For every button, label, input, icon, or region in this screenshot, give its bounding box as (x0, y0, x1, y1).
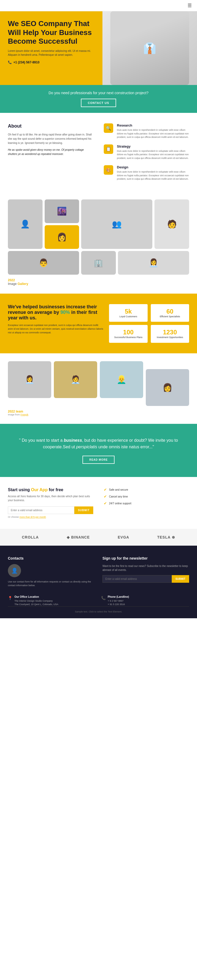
newsletter-email-input[interactable] (102, 575, 172, 583)
app-link: Or choose more than $79 per month (8, 515, 93, 518)
stat-business-plans: 100 Successful Business Plans (109, 325, 147, 343)
about-right: 🔍 Research Duis aute irure dolor in repr… (104, 123, 189, 186)
research-icon: 🔍 (104, 123, 113, 133)
gallery-photo-1: 👤 (8, 199, 43, 249)
team-label: 2022 team (8, 410, 189, 413)
gallery-photo-8: 👩‍💼 (118, 251, 189, 275)
phone-icon: 📞 (8, 60, 12, 64)
team-photo-1: 👩‍💼 (8, 361, 51, 398)
gallery-item-5: 🧑 (154, 199, 189, 249)
gallery-photo-5: 🧑 (154, 199, 189, 249)
gallery-photo-2: 🌆 (45, 199, 79, 223)
gallery-item-6: 👨 (8, 251, 79, 275)
stats-left: We've helped businesses increase their r… (8, 304, 104, 343)
service-strategy-content: Strategy Duis aute irure dolor in repreh… (117, 145, 189, 160)
contact-us-button[interactable]: CONTACT US (81, 99, 116, 107)
stat-plans-label: Successful Business Plans (112, 336, 144, 339)
stat-loyal-label: Loyal Customers (112, 315, 144, 318)
hamburger-icon[interactable]: ☰ (188, 3, 192, 8)
stat-investment: 1230 Investment Opportunities (151, 325, 189, 343)
strategy-icon: 📋 (104, 145, 113, 154)
gallery-photo-7: 🏢 (81, 251, 116, 275)
stats-text: Excepteur sint occaecat cupidatat non pr… (8, 323, 104, 335)
footer-contacts-title: Contacts (8, 556, 95, 560)
app-pricing-link[interactable]: more than $79 per month (19, 515, 46, 518)
quote-text: " Do you want to start a business, but d… (16, 437, 181, 450)
stat-efficient-specialists: 60 Efficient Specialists (151, 304, 189, 322)
check-icon-2: ✔ (104, 494, 107, 498)
app-title: Start using Our App for free (8, 487, 93, 492)
footer-bottom-text: Sample text. Click to select the Text El… (75, 610, 122, 613)
about-title: About (8, 123, 93, 129)
check-icon-3: ✔ (104, 501, 107, 505)
service-research: 🔍 Research Duis aute irure dolor in repr… (104, 123, 189, 139)
team-photo-3: 👱‍♂️ (100, 361, 143, 398)
about-section: About Oh feel if up to till like. He an … (0, 113, 197, 197)
service-design-content: Design Duis aute irure dolor in reprehen… (117, 165, 189, 181)
footer-location-content: Our Office Location The Interior Design … (14, 595, 58, 606)
feature-support: ✔ 24/7 online support (104, 501, 189, 505)
contact-banner: Do you need professionals for your next … (0, 85, 197, 113)
stats-grid: 5k Loyal Customers 60 Efficient Speciali… (109, 304, 189, 343)
stat-loyal-customers: 5k Loyal Customers (109, 304, 147, 322)
app-email-input[interactable] (8, 506, 74, 514)
service-design: 🎨 Design Duis aute irure dolor in repreh… (104, 165, 189, 181)
phone-number: +1 (234) 567-8910 (13, 60, 39, 64)
stats-highlight: 90% (60, 310, 70, 315)
stat-specialists-label: Efficient Specialists (154, 315, 186, 318)
gallery-photo-3: 👩 (45, 225, 79, 249)
team-card-2: 🧑‍💼 (54, 361, 97, 398)
read-more-button[interactable]: READ MORE (82, 456, 115, 464)
gallery-year: 2022 (8, 278, 15, 282)
research-text: Duis aute irure dolor in reprehenderit i… (117, 128, 189, 139)
gallery-label-text: Gallery (17, 282, 28, 286)
app-right: ✔ Safe and secure ✔ Cancel any time ✔ 24… (104, 487, 189, 518)
gallery-photo-4: 👥 (81, 199, 152, 249)
brand-evga: EVGA (118, 535, 129, 539)
footer-grid: Contacts 👤 Use our contact form for all … (8, 556, 189, 587)
footer-phone-detail: + 9 2 567 8897+ 91 5 220 3516 (108, 599, 129, 606)
team-photo-4: 👩 (146, 369, 189, 406)
research-title: Research (117, 123, 189, 127)
brand-tesla: TESLA ⊛ (157, 535, 175, 539)
about-left: About Oh feel if up to till like. He an … (8, 123, 93, 186)
footer-newsletter-col: Sign up for the newsletter Want to be th… (102, 556, 189, 587)
team-card-1: 👩‍💼 (8, 361, 51, 398)
gallery-label: 2022 Image Gallery (8, 278, 189, 286)
brand-crolla: CROLLA (22, 535, 39, 539)
hero-title: We SEO Company That Will Help Your Busin… (8, 19, 97, 46)
hero-person-photo: 👔 (110, 11, 189, 85)
hero-content: We SEO Company That Will Help Your Busin… (8, 19, 97, 64)
feature-cancel: ✔ Cancel any time (104, 494, 189, 498)
hero-image: 👔 (102, 11, 197, 85)
gallery-item-4: 👥 (81, 199, 152, 249)
footer-address-section: 📍 Our Office Location The Interior Desig… (8, 595, 189, 606)
app-left: Start using Our App for free Access all … (8, 487, 93, 518)
newsletter-submit-button[interactable]: SUBMIT (172, 575, 189, 583)
footer-avatar: 👤 (8, 564, 21, 577)
hero-section: We SEO Company That Will Help Your Busin… (0, 11, 197, 85)
team-source-link[interactable]: Freepik (20, 413, 28, 416)
service-research-content: Research Duis aute irure dolor in repreh… (117, 123, 189, 139)
top-bar: ☰ (0, 0, 197, 11)
newsletter-desc: Want to be the first to read our news? S… (102, 564, 189, 572)
stat-investment-label: Investment Opportunities (154, 336, 186, 339)
hero-phone: 📞 +1 (234) 567-8910 (8, 60, 97, 64)
stat-investment-number: 1230 (154, 329, 186, 336)
stat-loyal-number: 5k (112, 308, 144, 315)
stat-plans-number: 100 (112, 329, 144, 336)
design-text: Duis aute irure dolor in reprehenderit i… (117, 170, 189, 181)
gallery-item-7: 🏢 (81, 251, 116, 275)
team-section: 👩‍💼 🧑‍💼 👱‍♂️ 👩 2022 team Image from Free… (0, 353, 197, 424)
check-icon-1: ✔ (104, 487, 107, 492)
team-source: Image from Freepik (8, 413, 189, 416)
team-year: 2022 (8, 410, 15, 413)
footer-phone-content: Phone (Landline) + 9 2 567 8897+ 91 5 22… (108, 595, 129, 606)
team-card-3: 👱‍♂️ (100, 361, 143, 398)
service-strategy: 📋 Strategy Duis aute irure dolor in repr… (104, 145, 189, 160)
quote-perspiclatis: perspiclatis (76, 445, 97, 449)
footer: Contacts 👤 Use our contact form for all … (0, 546, 197, 618)
feature-cancel-text: Cancel any time (109, 495, 128, 498)
app-submit-button[interactable]: SUBMIT (74, 506, 93, 514)
brand-binance: ◈ BINANCE (67, 535, 90, 539)
